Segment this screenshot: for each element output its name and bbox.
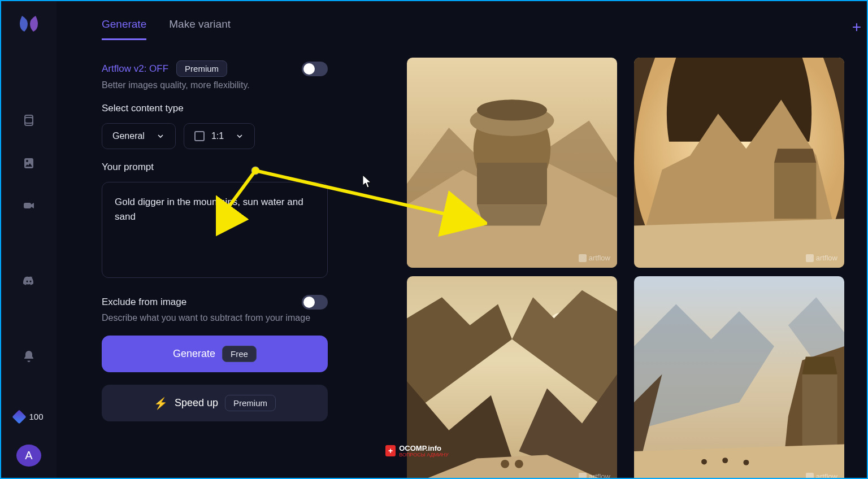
- gem-icon: [12, 410, 27, 424]
- svg-rect-0: [25, 115, 33, 123]
- speedup-button[interactable]: ⚡ Speed up Premium: [102, 385, 328, 421]
- nav-icon-discord[interactable]: [18, 271, 40, 291]
- svg-point-16: [701, 459, 707, 465]
- bolt-icon: ⚡: [154, 397, 168, 410]
- premium-badge: Premium: [176, 60, 227, 77]
- svg-point-13: [515, 460, 523, 468]
- prompt-section: Your prompt: [102, 162, 328, 280]
- chevron-down-icon: [235, 132, 244, 141]
- premium-badge: Premium: [225, 395, 276, 411]
- main-area: Generate Make variant Artflow v2: OFF Pr…: [57, 1, 867, 478]
- v2-description: Better images quality, more flexibility.: [102, 80, 328, 90]
- tab-generate[interactable]: Generate: [102, 18, 146, 40]
- svg-point-12: [501, 460, 509, 468]
- plus-icon: +: [385, 445, 396, 456]
- generate-button[interactable]: Generate Free: [102, 336, 328, 372]
- nav-icon-image[interactable]: [18, 153, 40, 173]
- watermark: artflow: [806, 254, 837, 262]
- content-type-section: Select content type General 1:1: [102, 103, 328, 149]
- watermark-icon: [806, 473, 814, 480]
- svg-rect-7: [477, 163, 547, 204]
- exclude-section: Exclude from image Describe what you wan…: [102, 295, 328, 323]
- content-type-label: Select content type: [102, 103, 328, 114]
- tab-make-variant[interactable]: Make variant: [169, 18, 231, 40]
- app-logo: [18, 12, 40, 35]
- control-panel: Generate Make variant Artflow v2: OFF Pr…: [57, 1, 339, 478]
- svg-point-17: [722, 458, 728, 463]
- free-badge: Free: [222, 346, 257, 362]
- exclude-label: Exclude from image: [102, 297, 186, 308]
- result-thumb[interactable]: artflow: [634, 276, 844, 479]
- svg-rect-1: [25, 117, 33, 125]
- watermark: artflow: [579, 254, 610, 262]
- watermark-icon: [579, 473, 587, 480]
- watermark-icon: [806, 254, 814, 262]
- svg-point-6: [477, 99, 547, 120]
- watermark: artflow: [579, 472, 610, 479]
- svg-rect-2: [24, 203, 31, 208]
- prompt-label: Your prompt: [102, 162, 328, 173]
- add-button[interactable]: +: [852, 18, 861, 36]
- exclude-description: Describe what you want to subtract from …: [102, 313, 328, 323]
- v2-toggle[interactable]: [302, 62, 328, 76]
- ocomp-watermark: + OCOMP.info ВОПРОСЫ АДМИНУ: [385, 444, 449, 458]
- watermark: artflow: [806, 472, 837, 479]
- watermark-icon: [579, 254, 587, 262]
- square-icon: [194, 131, 205, 141]
- credits-display: 100: [14, 412, 43, 422]
- v2-label: Artflow v2: OFF: [102, 63, 168, 75]
- result-thumb[interactable]: artflow: [634, 58, 844, 268]
- nav-icon-video[interactable]: [18, 196, 40, 216]
- nav-icon-layers[interactable]: [18, 110, 40, 130]
- sidebar: 100 A: [1, 1, 57, 478]
- aspect-ratio-select[interactable]: 1:1: [184, 123, 255, 149]
- tab-bar: Generate Make variant: [102, 18, 328, 40]
- result-thumb[interactable]: artflow: [407, 58, 617, 268]
- v2-section: Artflow v2: OFF Premium Better images qu…: [102, 60, 328, 90]
- nav-icon-bell[interactable]: [18, 346, 40, 367]
- exclude-toggle[interactable]: [302, 295, 328, 310]
- user-avatar[interactable]: A: [16, 445, 41, 467]
- svg-rect-9: [774, 163, 816, 219]
- prompt-input[interactable]: [102, 182, 328, 278]
- content-type-select[interactable]: General: [102, 123, 176, 149]
- svg-point-18: [743, 460, 749, 465]
- chevron-down-icon: [156, 132, 165, 141]
- results-gallery: artflow artflow artflow artflow: [339, 1, 867, 478]
- credits-value: 100: [29, 412, 43, 421]
